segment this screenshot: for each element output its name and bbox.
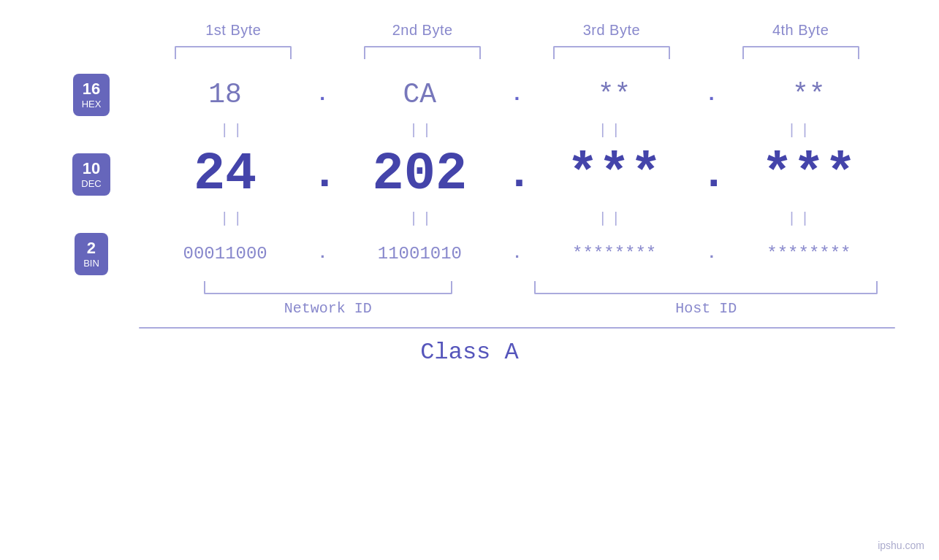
bracket-line-4	[742, 46, 859, 59]
network-id-label: Network ID	[139, 300, 517, 317]
dec-label-col: 10 DEC	[44, 153, 139, 196]
dec-byte1-value: 24	[194, 145, 256, 204]
bin-byte2: 11001010	[333, 244, 506, 264]
hex-dot2: .	[506, 83, 528, 106]
byte1-header: 1st Byte	[139, 22, 328, 39]
network-bracket	[139, 281, 517, 294]
equals-1: ||	[139, 122, 328, 139]
hex-byte3: **	[528, 79, 701, 110]
bin-dot1: .	[311, 245, 333, 263]
dec-byte3: ***	[528, 145, 701, 204]
dec-badge: 10 DEC	[72, 153, 110, 196]
bin-label-col: 2 BIN	[44, 233, 139, 275]
dec-byte4: ***	[723, 145, 895, 204]
bracket-1	[139, 46, 328, 59]
hex-badge-type: HEX	[82, 99, 102, 110]
dec-byte2-value: 202	[373, 145, 468, 204]
equals-4: ||	[706, 122, 895, 139]
bin-byte3: ********	[528, 244, 701, 264]
bin-row: 2 BIN 00011000 . 11001010 . ******** . *…	[44, 233, 895, 275]
equals-row-1: || || || ||	[44, 122, 895, 139]
big-bracket-row	[44, 327, 895, 329]
hex-bytes: 18 . CA . ** . **	[139, 79, 895, 110]
bracket-2	[328, 46, 517, 59]
host-id-label: Host ID	[517, 300, 896, 317]
equals-5: ||	[139, 210, 328, 227]
bin-byte2-value: 11001010	[378, 244, 462, 264]
dec-dot3: .	[701, 150, 723, 199]
host-bracket-line	[534, 281, 878, 294]
hex-row: 16 HEX 18 . CA . ** . **	[44, 74, 895, 116]
byte2-header: 2nd Byte	[328, 22, 517, 39]
equals-6: ||	[328, 210, 517, 227]
dec-dot1: .	[311, 150, 333, 199]
hex-byte3-value: **	[598, 79, 631, 110]
hex-label-col: 16 HEX	[44, 74, 139, 116]
dec-byte4-value: ***	[761, 145, 856, 204]
bracket-3	[517, 46, 707, 59]
bin-byte4-value: ********	[767, 244, 851, 264]
hex-badge-num: 16	[82, 80, 102, 99]
bracket-line-1	[175, 46, 292, 59]
hex-byte1: 18	[139, 79, 311, 110]
hex-byte1-value: 18	[208, 79, 242, 110]
network-bracket-line	[204, 281, 452, 294]
dec-badge-num: 10	[81, 159, 101, 178]
hex-byte2-value: CA	[403, 79, 437, 110]
dec-byte1: 24	[139, 145, 311, 204]
class-label: Class A	[420, 339, 518, 366]
bin-bytes: 00011000 . 11001010 . ******** . *******…	[139, 244, 895, 264]
bin-dot2: .	[506, 245, 528, 263]
equals-2: ||	[328, 122, 517, 139]
hex-byte4: **	[723, 79, 895, 110]
bin-byte4: ********	[723, 244, 895, 264]
bin-byte1-value: 00011000	[183, 244, 267, 264]
equals-row-2: || || || ||	[44, 210, 895, 227]
byte4-header: 4th Byte	[706, 22, 895, 39]
dec-byte3-value: ***	[567, 145, 662, 204]
big-bracket-line	[139, 327, 895, 329]
bracket-4	[706, 46, 895, 59]
bin-badge-num: 2	[83, 239, 99, 258]
hex-byte2: CA	[333, 79, 506, 110]
hex-dot3: .	[701, 83, 723, 106]
hex-badge: 16 HEX	[73, 74, 110, 116]
bin-byte1: 00011000	[139, 244, 311, 264]
dec-dot2: .	[506, 150, 528, 199]
watermark: ipshu.com	[878, 540, 924, 551]
byte3-header: 3rd Byte	[517, 22, 707, 39]
dec-bytes: 24 . 202 . *** . ***	[139, 145, 895, 204]
bracket-line-2	[364, 46, 481, 59]
class-label-row: Class A	[44, 339, 895, 366]
equals-7: ||	[517, 210, 707, 227]
dec-row: 10 DEC 24 . 202 . *** . ***	[44, 145, 895, 204]
bin-dot3: .	[701, 245, 723, 263]
bin-badge: 2 BIN	[75, 233, 108, 275]
bracket-line-3	[553, 46, 670, 59]
dec-byte2: 202	[333, 145, 506, 204]
dec-badge-type: DEC	[81, 178, 101, 190]
equals-3: ||	[517, 122, 707, 139]
top-brackets	[44, 46, 895, 59]
bin-byte3-value: ********	[572, 244, 656, 264]
id-labels: Network ID Host ID	[44, 300, 895, 317]
bottom-brackets	[44, 281, 895, 294]
byte-headers: 1st Byte 2nd Byte 3rd Byte 4th Byte	[44, 22, 895, 39]
equals-8: ||	[706, 210, 895, 227]
main-container: 1st Byte 2nd Byte 3rd Byte 4th Byte 16 H…	[0, 0, 939, 560]
bin-badge-type: BIN	[83, 258, 99, 269]
hex-byte4-value: **	[792, 79, 826, 110]
hex-dot1: .	[311, 83, 333, 106]
host-bracket	[517, 281, 896, 294]
